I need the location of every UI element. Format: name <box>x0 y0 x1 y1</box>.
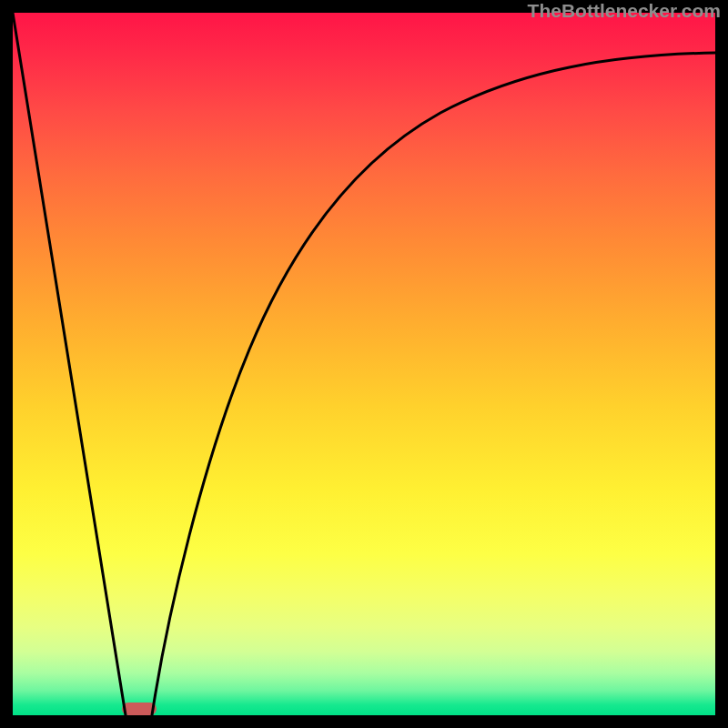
watermark: TheBottlenecker.com <box>528 0 721 22</box>
bottleneck-curve <box>13 13 715 715</box>
curve-left-segment <box>13 13 126 715</box>
plot-area <box>13 13 715 715</box>
curve-right-segment <box>152 53 715 715</box>
